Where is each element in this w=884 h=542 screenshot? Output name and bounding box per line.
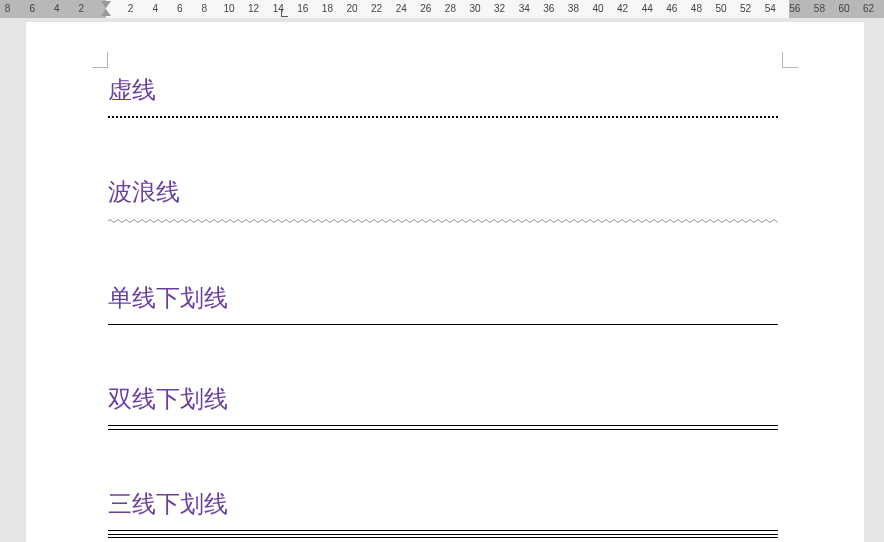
ruler-left-margin (0, 0, 106, 18)
ruler-number: 50 (715, 3, 726, 14)
ruler-number: 2 (79, 3, 85, 14)
line-block: 三线下划线 (108, 488, 778, 538)
tab-stop-marker[interactable] (281, 10, 288, 17)
ruler-number: 36 (543, 3, 554, 14)
ruler-number: 6 (29, 3, 35, 14)
page-content: 虚线 波浪线 单线下划线 双线下划线 三线下划线 (108, 74, 778, 538)
ruler-number: 8 (202, 3, 208, 14)
ruler-number: 34 (519, 3, 530, 14)
hanging-indent-marker[interactable] (101, 9, 111, 16)
ruler-number: 60 (838, 3, 849, 14)
horizontal-ruler[interactable]: 8642246810121416182022242628303234363840… (0, 0, 884, 18)
ruler-number: 6 (177, 3, 183, 14)
ruler-number: 56 (789, 3, 800, 14)
ruler-number: 58 (814, 3, 825, 14)
ruler-number: 12 (248, 3, 259, 14)
ruler-number: 40 (592, 3, 603, 14)
underline-single (108, 324, 778, 325)
ruler-number: 4 (54, 3, 60, 14)
ruler-number: 22 (371, 3, 382, 14)
ruler-number: 44 (642, 3, 653, 14)
line-label: 双线下划线 (108, 383, 778, 415)
ruler-number: 2 (128, 3, 134, 14)
line-block: 单线下划线 (108, 282, 778, 325)
margin-corner-top-left (92, 52, 108, 68)
ruler-number: 62 (863, 3, 874, 14)
line-label: 三线下划线 (108, 488, 778, 520)
ruler-number: 54 (765, 3, 776, 14)
ruler-number: 48 (691, 3, 702, 14)
ruler-number: 18 (322, 3, 333, 14)
line-block: 虚线 (108, 74, 778, 118)
line-block: 双线下划线 (108, 383, 778, 430)
ruler-number: 46 (666, 3, 677, 14)
line-label: 虚线 (108, 74, 778, 106)
ruler-number: 52 (740, 3, 751, 14)
ruler-number: 28 (445, 3, 456, 14)
ruler-number: 32 (494, 3, 505, 14)
underline-triple (108, 530, 778, 538)
underline-double (108, 425, 778, 430)
ruler-number: 24 (396, 3, 407, 14)
line-label: 波浪线 (108, 176, 778, 208)
ruler-number: 30 (469, 3, 480, 14)
document-page: 虚线 波浪线 单线下划线 双线下划线 三线下划线 (26, 22, 864, 542)
underline-wave (108, 218, 778, 224)
ruler-number: 4 (152, 3, 158, 14)
ruler-number: 20 (346, 3, 357, 14)
line-label: 单线下划线 (108, 282, 778, 314)
ruler-number: 38 (568, 3, 579, 14)
underline-dotted (108, 116, 778, 118)
ruler-number: 10 (223, 3, 234, 14)
line-block: 波浪线 (108, 176, 778, 224)
ruler-number: 42 (617, 3, 628, 14)
first-line-indent-marker[interactable] (101, 1, 111, 8)
ruler-number: 16 (297, 3, 308, 14)
ruler-number: 26 (420, 3, 431, 14)
margin-corner-top-right (782, 52, 798, 68)
ruler-number: 8 (5, 3, 11, 14)
